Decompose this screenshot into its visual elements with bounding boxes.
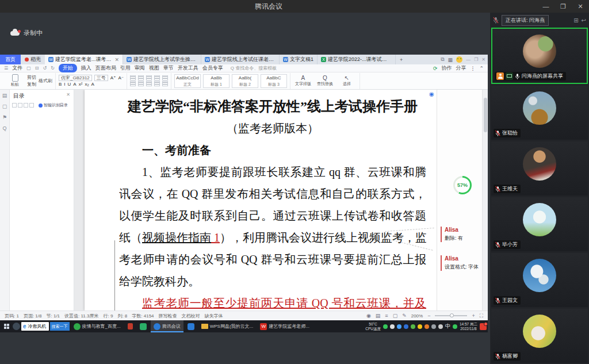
subscript-button[interactable]: x₂	[85, 82, 89, 87]
redo-icon[interactable]: ↻	[51, 66, 55, 71]
comment-item[interactable]: Alisa 删除: 有	[441, 227, 481, 242]
find-replace-button[interactable]: Q 查找替换	[315, 75, 335, 87]
video-tile[interactable]: 杨富卿	[491, 309, 588, 363]
hamburger-icon[interactable]: ☰	[4, 66, 8, 71]
document-page[interactable]: 建艺学院“非标准答案开放性”线上考试操作手册 （监考老师版本） 一、考前准备 1…	[85, 90, 437, 311]
taskbar-app-meeting[interactable]: 腾讯会议	[151, 320, 183, 332]
undo-icon[interactable]: ↺	[43, 66, 47, 71]
menu-insert[interactable]: 插入	[81, 64, 91, 72]
zoom-in-icon[interactable]: +	[472, 313, 475, 319]
cut-button[interactable]: 剪切	[27, 74, 36, 81]
menu-view[interactable]: 视图	[149, 64, 159, 72]
tray-icon[interactable]	[453, 324, 457, 329]
collapse-ribbon-icon[interactable]: ⌃	[479, 66, 484, 71]
menu-section[interactable]: 章节	[163, 64, 174, 72]
underline-button[interactable]: U	[68, 82, 71, 87]
comment-item[interactable]: Alisa 设置格式: 字体	[441, 255, 481, 271]
taskbar-app-wechat[interactable]	[137, 320, 150, 332]
tray-icon[interactable]	[418, 324, 422, 329]
proofread-button[interactable]: 文档校对	[182, 313, 200, 319]
scrollbar-thumb[interactable]	[484, 98, 487, 132]
zoom-out-icon[interactable]: −	[427, 313, 430, 319]
doc-tab-4[interactable]: W 文字文稿1	[280, 55, 318, 64]
wps-maximize-button[interactable]: ❐	[474, 57, 478, 62]
wps-close-button[interactable]: ✕	[481, 57, 485, 62]
web-view-icon[interactable]: ▢	[393, 313, 398, 319]
menu-dev-tools[interactable]: 开发工具	[178, 64, 198, 72]
clock[interactable]: 14:57 周二2022/11/8	[460, 322, 477, 331]
ime-indicator[interactable]: 中	[445, 323, 450, 330]
doc-tab-2[interactable]: W 建艺学院线上考试学生操作手册	[123, 55, 201, 64]
style-heading1[interactable]: AaBb 标题 1	[203, 74, 230, 88]
align-left-icon[interactable]	[130, 81, 136, 86]
progress-ring[interactable]: 57%	[453, 176, 472, 194]
notification-icon[interactable]	[480, 323, 487, 330]
taskbar-app-baidu[interactable]: 疫情与教育_百度...	[71, 320, 124, 332]
select-button[interactable]: ↖ 选择	[337, 75, 357, 87]
zoom-slider-knob[interactable]	[450, 313, 454, 317]
video-tile[interactable]: 毕小芳	[491, 197, 588, 251]
clear-format-icon[interactable]	[162, 75, 168, 81]
video-tile-sharer[interactable]: 闫海燕的屏幕共享	[491, 28, 588, 84]
doc-tab-1[interactable]: W 建艺学院监考老...课考试操作手册 ✕	[45, 55, 123, 64]
wps-home-tab[interactable]: 首页	[0, 55, 21, 64]
menu-home[interactable]: 开始	[59, 64, 77, 72]
style-heading2[interactable]: AaBb( 标题 2	[232, 74, 258, 88]
bookmark-icon[interactable]: ⚑	[2, 114, 7, 120]
align-center-icon[interactable]	[138, 81, 144, 86]
back-icon[interactable]: ↩	[582, 17, 586, 24]
tray-icon[interactable]	[404, 324, 408, 329]
tray-icon[interactable]	[424, 324, 429, 329]
window-split-icon[interactable]: ⧉	[441, 56, 444, 63]
window-grid-icon[interactable]: ▦	[448, 57, 453, 63]
bold-button[interactable]: B	[59, 82, 62, 87]
taskbar-app-wps-cloud[interactable]: WPS网盘(我的云文...	[198, 320, 257, 332]
paste-button[interactable]: 粘贴	[5, 74, 25, 87]
location-pin-icon[interactable]: ◉	[429, 91, 434, 97]
menu-file[interactable]: 文件	[12, 64, 22, 72]
toc-close-icon[interactable]: ✕	[66, 92, 70, 100]
outline-view-icon[interactable]: ≡	[385, 313, 388, 319]
doc-tab-5[interactable]: X 建艺学院2022-...课考试安排表 汇总	[318, 55, 396, 64]
indent-icon[interactable]	[154, 75, 160, 81]
maximize-button[interactable]: ❐	[554, 3, 572, 10]
style-heading3[interactable]: AaBbC 标题 3	[261, 74, 287, 88]
toc-level-icon[interactable]	[24, 103, 28, 108]
italic-button[interactable]: I	[64, 82, 65, 87]
toc-level-icon[interactable]	[18, 103, 22, 108]
search-go-button[interactable]: 搜索一下	[50, 322, 70, 331]
menu-review[interactable]: 审阅	[135, 64, 145, 72]
tray-icon[interactable]	[431, 324, 436, 329]
menu-member[interactable]: 会员专享	[202, 64, 223, 72]
taskbar-app-wps-doc[interactable]: W 建艺学院监考老师...	[257, 320, 312, 332]
taskbar-search-box[interactable]: e 冷敷风机	[21, 322, 49, 331]
video-guide-link-number[interactable]: 1	[211, 231, 220, 244]
taskbar-app-mail[interactable]	[125, 320, 136, 332]
sync-icon[interactable]: ⟳	[433, 66, 438, 71]
wps-minimize-button[interactable]: —	[466, 57, 471, 62]
page-view-icon[interactable]: ▤	[376, 313, 381, 319]
share-button[interactable]: 分享	[456, 64, 466, 72]
style-normal[interactable]: AaBbCcDd 正文	[174, 74, 201, 88]
zoom-level[interactable]: 200%	[411, 313, 423, 319]
kebab-icon[interactable]: ⋮	[470, 66, 475, 71]
spell-check-button[interactable]: 拼写检查	[159, 313, 177, 319]
pen-icon[interactable]: ✎	[402, 313, 407, 319]
video-tile[interactable]: 王维天	[491, 141, 588, 196]
vertical-scrollbar[interactable]	[482, 90, 488, 311]
folder-icon[interactable]: ▢	[2, 104, 7, 109]
line-spacing-icon[interactable]	[154, 81, 160, 86]
number-list-icon[interactable]	[138, 75, 144, 81]
align-justify-icon[interactable]	[146, 81, 152, 86]
missing-font-button[interactable]: 缺失字体	[205, 313, 223, 319]
start-button[interactable]	[1, 320, 12, 332]
print-icon[interactable]: ⊟	[35, 66, 39, 71]
layout-switch-icon[interactable]: ⊞	[573, 17, 578, 24]
tray-icon[interactable]	[397, 324, 401, 329]
doc-tab-3[interactable]: W 建艺学院线上考试任课老师操作手册	[201, 55, 280, 64]
minimize-button[interactable]: —	[537, 3, 554, 10]
eye-protect-icon[interactable]: ◉	[366, 313, 371, 319]
tray-mic-icon[interactable]	[390, 324, 395, 329]
zoom-slider[interactable]	[435, 315, 467, 316]
copy-button[interactable]: 复制	[27, 81, 36, 87]
